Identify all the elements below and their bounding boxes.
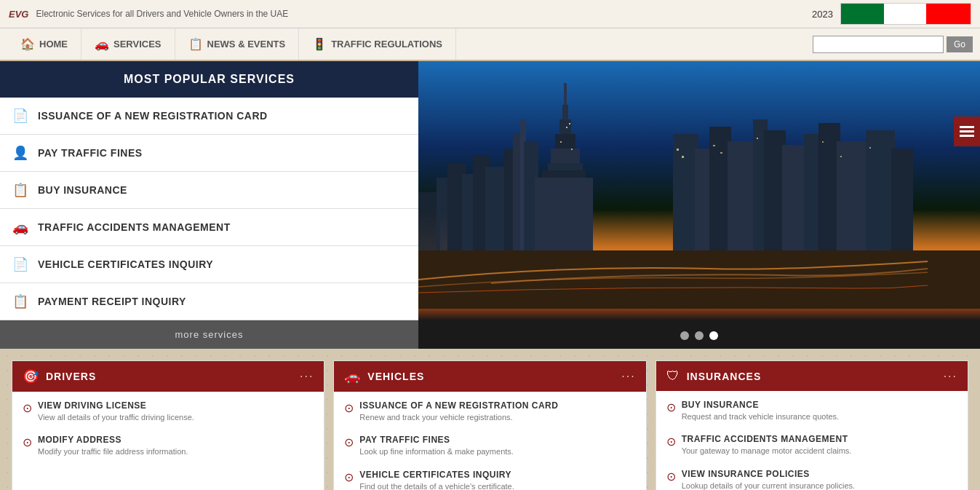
tagline: Electronic Services for all Drivers and …	[36, 9, 288, 19]
year-badge: 2023	[812, 9, 833, 20]
service-item-fines[interactable]: 👤 PAY TRAFFIC FINES	[0, 135, 418, 172]
search-button[interactable]: Go	[947, 36, 973, 52]
carousel-dots	[680, 331, 718, 340]
vehicles-icon: 🚗	[344, 368, 360, 384]
vehicles-card: 🚗 VEHICLES ··· ⊙ ISSUANCE OF A NEW REGIS…	[333, 360, 646, 490]
hamburger-line-1	[960, 126, 974, 128]
carousel-dot-1[interactable]	[680, 331, 689, 340]
insurance-icon: 📋	[12, 182, 29, 198]
svg-rect-25	[782, 145, 808, 250]
carousel-dot-3[interactable]	[709, 331, 718, 340]
svg-rect-6	[485, 167, 507, 250]
svg-rect-36	[677, 149, 679, 151]
nav-traffic[interactable]: 🚦 TRAFFIC REGULATIONS	[299, 28, 456, 60]
flag-icon	[840, 3, 971, 25]
vehicles-body: ⊙ ISSUANCE OF A NEW REGISTRATION CARD Re…	[334, 392, 645, 490]
pay-fines-vehicles-link[interactable]: ⊙ PAY TRAFFIC FINES Look up fine informa…	[344, 435, 635, 457]
view-policies-link[interactable]: ⊙ VIEW INSURANCE POLICIES Lookup details…	[666, 469, 957, 490]
modify-address-icon: ⊙	[23, 435, 32, 449]
sidebar-title: MOST POPULAR SERVICES	[0, 61, 418, 98]
svg-rect-42	[840, 156, 842, 157]
hamburger-line-2	[960, 130, 974, 133]
drivers-card: 🎯 DRIVERS ··· ⊙ VIEW DRIVING LICENSE Vie…	[12, 360, 324, 490]
svg-rect-39	[720, 152, 722, 154]
svg-rect-40	[757, 138, 758, 139]
new-reg-icon: ⊙	[344, 401, 354, 415]
nav-news[interactable]: 📋 NEWS & EVENTS	[175, 28, 300, 60]
view-license-icon: ⊙	[23, 401, 32, 415]
main-nav: 🏠 HOME 🚗 SERVICES 📋 NEWS & EVENTS 🚦 TRAF…	[0, 28, 980, 61]
svg-rect-22	[728, 141, 757, 250]
svg-rect-30	[891, 149, 913, 250]
svg-rect-19	[673, 134, 698, 250]
accidents-icon: 🚗	[12, 219, 29, 235]
sidebar: MOST POPULAR SERVICES 📄 ISSUANCE OF A NE…	[0, 61, 418, 349]
svg-rect-28	[837, 141, 869, 250]
svg-rect-37	[682, 156, 684, 158]
site-header: EVG Electronic Services for all Drivers …	[0, 0, 980, 28]
svg-rect-38	[713, 145, 715, 146]
drivers-menu-icon[interactable]: ···	[300, 370, 314, 383]
carousel-dot-2[interactable]	[695, 331, 704, 340]
search-input[interactable]	[813, 36, 944, 53]
service-item-insurance[interactable]: 📋 BUY INSURANCE	[0, 172, 418, 209]
svg-rect-31	[418, 250, 980, 309]
service-item-registration[interactable]: 📄 ISSUANCE OF A NEW REGISTRATION CARD	[0, 98, 418, 135]
hamburger-button[interactable]	[954, 116, 980, 146]
vehicles-header: 🚗 VEHICLES ···	[334, 361, 645, 392]
more-services-button[interactable]: more services	[0, 320, 418, 349]
drivers-header-left: 🎯 DRIVERS	[23, 368, 96, 384]
nav-search-area: Go	[813, 36, 973, 53]
svg-rect-41	[822, 141, 824, 143]
drivers-title: DRIVERS	[46, 371, 96, 382]
svg-rect-18	[535, 178, 593, 258]
new-reg-card-link[interactable]: ⊙ ISSUANCE OF A NEW REGISTRATION CARD Re…	[344, 400, 635, 423]
header-right: 2023	[812, 3, 971, 25]
drivers-body: ⊙ VIEW DRIVING LICENSE View all details …	[12, 392, 324, 478]
certificates-icon: 📄	[12, 256, 29, 272]
pay-fines-vehicles-icon: ⊙	[344, 435, 354, 449]
traffic-icon: 🚦	[312, 37, 327, 51]
vehicles-header-left: 🚗 VEHICLES	[344, 368, 424, 384]
modify-address-link[interactable]: ⊙ MODIFY ADDRESS Modify your traffic fil…	[23, 435, 314, 457]
accidents-mgmt-icon: ⊙	[666, 435, 676, 448]
buy-insurance-icon: ⊙	[666, 400, 676, 414]
vehicles-menu-icon[interactable]: ···	[621, 370, 635, 383]
svg-rect-43	[869, 147, 871, 149]
hero-banner	[418, 61, 980, 349]
payment-icon: 📋	[12, 293, 29, 309]
logo: EVG	[9, 9, 28, 20]
vehicle-cert-link[interactable]: ⊙ VEHICLE CERTIFICATES INQUIRY Find out …	[344, 470, 635, 490]
insurances-menu-icon[interactable]: ···	[944, 370, 957, 383]
home-icon: 🏠	[20, 37, 35, 51]
svg-rect-32	[566, 127, 567, 128]
nav-home[interactable]: 🏠 HOME	[7, 28, 81, 60]
vehicles-title: VEHICLES	[367, 371, 424, 382]
insurances-icon: 🛡	[666, 368, 680, 384]
main-area: MOST POPULAR SERVICES 📄 ISSUANCE OF A NE…	[0, 61, 980, 349]
nav-services[interactable]: 🚗 SERVICES	[81, 28, 175, 60]
view-license-link[interactable]: ⊙ VIEW DRIVING LICENSE View all details …	[23, 400, 314, 423]
svg-rect-34	[560, 141, 562, 143]
news-icon: 📋	[188, 37, 203, 51]
insurances-card: 🛡 INSURANCES ··· ⊙ BUY INSURANCE Request…	[656, 360, 968, 490]
buy-insurance-link[interactable]: ⊙ BUY INSURANCE Request and track vehicl…	[666, 400, 957, 422]
bottom-section: 🎯 DRIVERS ··· ⊙ VIEW DRIVING LICENSE Vie…	[0, 349, 980, 490]
drivers-header: 🎯 DRIVERS ···	[12, 361, 324, 392]
insurances-body: ⊙ BUY INSURANCE Request and track vehicl…	[656, 391, 968, 490]
accidents-mgmt-link[interactable]: ⊙ TRAFFIC ACCIDENTS MANAGEMENT Your gate…	[666, 434, 957, 457]
fines-icon: 👤	[12, 145, 29, 161]
view-policies-icon: ⊙	[666, 470, 676, 483]
services-icon: 🚗	[95, 37, 109, 51]
service-item-accidents[interactable]: 🚗 TRAFFIC ACCIDENTS MANAGEMENT	[0, 209, 418, 246]
service-item-payment[interactable]: 📋 PAYMENT RECEIPT INQUIRY	[0, 283, 418, 320]
vehicle-cert-icon: ⊙	[344, 470, 354, 484]
insurances-header-left: 🛡 INSURANCES	[666, 368, 762, 384]
insurances-header: 🛡 INSURANCES ···	[656, 361, 968, 391]
hero-image	[418, 61, 980, 349]
service-item-certificates[interactable]: 📄 VEHICLE CERTIFICATES INQUIRY	[0, 246, 418, 283]
header-left: EVG Electronic Services for all Drivers …	[9, 9, 288, 20]
svg-rect-33	[569, 123, 570, 125]
insurances-title: INSURANCES	[687, 371, 762, 382]
drivers-icon: 🎯	[23, 368, 39, 384]
